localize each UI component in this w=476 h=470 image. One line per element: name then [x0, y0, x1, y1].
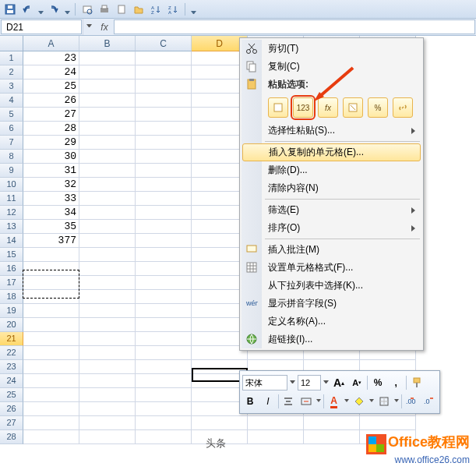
- cell[interactable]: [360, 416, 416, 430]
- menu-insert-copied-cells[interactable]: 插入复制的单元格(E)...: [242, 143, 421, 161]
- cell[interactable]: [23, 430, 79, 444]
- cell[interactable]: 377: [23, 234, 79, 248]
- row-header[interactable]: 2: [0, 65, 23, 80]
- cell[interactable]: [79, 122, 136, 136]
- row-header[interactable]: 25: [0, 388, 23, 402]
- row-header[interactable]: 3: [0, 80, 23, 94]
- row-header[interactable]: 4: [0, 94, 23, 108]
- row-header[interactable]: 14: [0, 234, 23, 248]
- fill-color-icon[interactable]: [351, 394, 367, 409]
- menu-filter[interactable]: 筛选(E): [242, 201, 421, 219]
- redo-dropdown-icon[interactable]: [64, 6, 70, 12]
- cell[interactable]: [79, 206, 136, 220]
- row-header[interactable]: 9: [0, 164, 23, 178]
- cell[interactable]: [136, 122, 192, 136]
- undo-dropdown-icon[interactable]: [37, 6, 44, 12]
- cell[interactable]: 26: [23, 94, 79, 108]
- cell[interactable]: [136, 234, 192, 248]
- cell[interactable]: 30: [23, 150, 79, 164]
- format-painter-icon[interactable]: [409, 375, 426, 390]
- row-header[interactable]: 16: [0, 262, 23, 276]
- cell[interactable]: [79, 416, 136, 430]
- qat-customize-icon[interactable]: [190, 6, 196, 12]
- paste-values-icon[interactable]: 123: [293, 97, 313, 118]
- fx-icon[interactable]: fx: [95, 19, 114, 35]
- cell[interactable]: [136, 178, 192, 192]
- row-header[interactable]: 5: [0, 108, 23, 122]
- row-header[interactable]: 17: [0, 276, 23, 290]
- cell[interactable]: [304, 416, 360, 430]
- undo-icon[interactable]: [20, 2, 34, 16]
- cell[interactable]: [23, 402, 79, 416]
- print-preview-icon[interactable]: [80, 2, 94, 16]
- cell[interactable]: [79, 220, 136, 234]
- menu-pick-from-list[interactable]: 从下拉列表中选择(K)...: [242, 277, 421, 295]
- cell[interactable]: [136, 108, 192, 122]
- cell[interactable]: [136, 94, 192, 108]
- cell[interactable]: [136, 220, 192, 234]
- menu-copy[interactable]: 复制(C): [242, 58, 421, 76]
- cell[interactable]: [79, 150, 136, 164]
- row-header[interactable]: 27: [0, 416, 23, 430]
- cell[interactable]: [136, 276, 192, 290]
- borders-icon[interactable]: [376, 394, 392, 409]
- cell[interactable]: [136, 346, 192, 360]
- row-header[interactable]: 15: [0, 248, 23, 262]
- cell[interactable]: [136, 192, 192, 206]
- menu-cut[interactable]: 剪切(T): [242, 40, 421, 58]
- cell[interactable]: 25: [23, 80, 79, 94]
- font-family-box[interactable]: 宋体: [242, 375, 287, 390]
- cell[interactable]: 34: [23, 206, 79, 220]
- row-header[interactable]: 12: [0, 206, 23, 220]
- row-header[interactable]: 24: [0, 374, 23, 388]
- cell[interactable]: [23, 318, 79, 332]
- cell[interactable]: [136, 262, 192, 276]
- font-color-icon[interactable]: A: [326, 394, 342, 409]
- cell[interactable]: [136, 304, 192, 318]
- cell[interactable]: 33: [23, 192, 79, 206]
- paste-formulas-icon[interactable]: fx: [318, 97, 338, 118]
- menu-insert-comment[interactable]: 插入批注(M): [242, 241, 421, 259]
- row-header[interactable]: 20: [0, 318, 23, 332]
- merge-cells-icon[interactable]: [298, 394, 314, 409]
- cell[interactable]: [23, 332, 79, 346]
- row-header[interactable]: 26: [0, 402, 23, 416]
- paste-all-icon[interactable]: [268, 97, 288, 118]
- cell[interactable]: [79, 262, 136, 276]
- cell[interactable]: [79, 374, 136, 388]
- cell[interactable]: [23, 346, 79, 360]
- cell[interactable]: [136, 206, 192, 220]
- dropdown-icon[interactable]: [369, 399, 374, 405]
- cell[interactable]: [79, 318, 136, 332]
- paste-transpose-icon[interactable]: [343, 97, 363, 118]
- cell[interactable]: [79, 136, 136, 150]
- cell[interactable]: [136, 290, 192, 304]
- cell[interactable]: [23, 360, 79, 374]
- cell[interactable]: 29: [23, 136, 79, 150]
- name-box[interactable]: D21: [1, 19, 82, 34]
- sort-asc-icon[interactable]: AZ: [149, 2, 163, 16]
- row-header[interactable]: 1: [0, 51, 23, 65]
- sort-desc-icon[interactable]: ZA: [166, 2, 180, 16]
- select-all-corner[interactable]: [0, 36, 23, 51]
- cell[interactable]: 28: [23, 122, 79, 136]
- cell[interactable]: [136, 430, 192, 444]
- dropdown-icon[interactable]: [316, 399, 321, 405]
- grow-font-icon[interactable]: A▴: [331, 375, 347, 390]
- formula-bar[interactable]: [114, 19, 475, 34]
- dropdown-icon[interactable]: [323, 380, 329, 386]
- cell[interactable]: [136, 150, 192, 164]
- cell[interactable]: [79, 80, 136, 94]
- cell[interactable]: [23, 290, 79, 304]
- row-header[interactable]: 22: [0, 346, 23, 360]
- cell[interactable]: [79, 388, 136, 402]
- column-header[interactable]: C: [136, 36, 192, 51]
- shrink-font-icon[interactable]: A▾: [349, 375, 365, 390]
- column-header[interactable]: A: [23, 36, 79, 51]
- bold-icon[interactable]: B: [242, 394, 258, 409]
- increase-decimal-icon[interactable]: .0: [421, 394, 437, 409]
- cell[interactable]: [136, 318, 192, 332]
- row-header[interactable]: 8: [0, 150, 23, 164]
- open-icon[interactable]: [132, 2, 146, 16]
- cell[interactable]: 35: [23, 220, 79, 234]
